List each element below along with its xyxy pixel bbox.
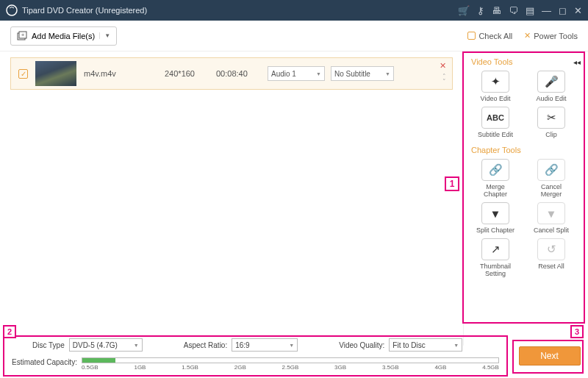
reorder-arrows-icon[interactable]: ˄˅ [442, 74, 446, 85]
video-tools-title: Video Tools ◂◂ [468, 56, 584, 69]
cart-icon[interactable]: 🛒 [458, 5, 470, 16]
chat-icon[interactable]: 🗨 [509, 5, 518, 16]
tool-label: Reset All [538, 263, 564, 270]
file-duration: 00:08:40 [216, 69, 268, 78]
annotation-callout-2: 2 [3, 325, 16, 338]
tool-cancel-split: ▼ [537, 202, 565, 224]
tool-label: Clip [545, 131, 557, 138]
video-thumbnail[interactable] [35, 61, 76, 86]
check-all-label: Check All [478, 32, 512, 40]
check-all[interactable]: Check All [467, 32, 512, 40]
tool-label: Merge Chapter [474, 183, 517, 198]
video-quality-select[interactable]: Fit to Disc▼ [389, 338, 462, 352]
tool-label: Cancel Split [534, 227, 569, 234]
annotation-callout-3: 3 [570, 325, 584, 338]
toolbar: + Add Media File(s) ▼ Check All ✕ Power … [0, 21, 588, 51]
tools-panel: 1 Video Tools ◂◂ ✦Video Edit🎤Audio EditA… [463, 51, 588, 346]
video-quality-label: Video Quality: [339, 341, 384, 349]
tool-video-edit[interactable]: ✦ [481, 71, 509, 93]
chevron-down-icon: ▼ [316, 71, 321, 76]
tool-reset-all: ↺ [537, 238, 565, 260]
audio-select[interactable]: Audio 1▼ [268, 66, 325, 81]
tool-label: Video Edit [481, 95, 511, 102]
add-file-icon: + [17, 31, 27, 41]
close-window-icon[interactable]: ✕ [574, 5, 582, 16]
tool-label: Split Chapter [476, 227, 514, 234]
subtitle-select[interactable]: No Subtitle▼ [331, 66, 394, 81]
capacity-label: Estimated Capacity: [12, 358, 77, 366]
add-media-label: Add Media File(s) [32, 32, 95, 40]
key-icon[interactable]: ⚷ [477, 5, 484, 16]
tool-split-chapter[interactable]: ▼ [481, 202, 509, 224]
app-logo-icon [6, 4, 18, 16]
collapse-icon[interactable]: ◂◂ [573, 58, 581, 66]
file-resolution: 240*160 [165, 69, 216, 78]
svg-text:+: + [21, 32, 25, 38]
file-name: m4v.m4v [84, 69, 165, 78]
power-tools-button[interactable]: ✕ Power Tools [524, 31, 578, 40]
power-tools-label: Power Tools [534, 32, 578, 40]
next-area: 3 Next [511, 334, 588, 378]
tool-merge-chapter[interactable]: 🔗 [481, 159, 509, 181]
tool-label: Subtitle Edit [478, 131, 513, 138]
aspect-ratio-select[interactable]: 16:9▼ [232, 338, 298, 352]
file-checkbox[interactable]: ✓ [18, 69, 28, 79]
file-row[interactable]: ✓ m4v.m4v 240*160 00:08:40 Audio 1▼ No S… [10, 57, 453, 90]
next-button[interactable]: Next [519, 346, 581, 365]
file-list: ✓ m4v.m4v 240*160 00:08:40 Audio 1▼ No S… [0, 51, 463, 346]
annotation-callout-1: 1 [445, 176, 459, 191]
add-media-button[interactable]: + Add Media File(s) ▼ [10, 26, 117, 46]
feedback-icon[interactable]: ▤ [526, 5, 534, 16]
tool-label: Audio Edit [536, 95, 566, 102]
capacity-bar: 0.5GB1GB1.5GB2GB2.5GB3GB3.5GB4GB4.5GB [82, 356, 499, 368]
tool-audio-edit[interactable]: 🎤 [537, 71, 565, 93]
tool-clip[interactable]: ✂ [537, 107, 565, 129]
tool-cancel-merger: 🔗 [537, 159, 565, 181]
output-config: 2 Disc Type DVD-5 (4.7G)▼ Aspect Ratio: … [0, 334, 511, 378]
checkbox-icon [467, 32, 476, 40]
window-title: Tipard DVD Creator (Unregistered) [22, 6, 458, 15]
disc-type-label: Disc Type [32, 341, 65, 349]
chapter-tools-title: Chapter Tools [468, 144, 584, 157]
print-icon[interactable]: 🖶 [492, 5, 501, 16]
maximize-icon[interactable]: ◻ [559, 5, 567, 16]
tool-subtitle-edit[interactable]: ABC [481, 107, 509, 129]
minimize-icon[interactable]: — [542, 5, 551, 16]
remove-file-icon[interactable]: ✕ [440, 61, 446, 71]
aspect-ratio-label: Aspect Ratio: [184, 341, 227, 349]
tools-icon: ✕ [524, 31, 531, 40]
tool-label: Cancel Merger [530, 183, 573, 198]
disc-type-select[interactable]: DVD-5 (4.7G)▼ [69, 338, 143, 352]
tool-thumbnail-setting[interactable]: ↗ [481, 238, 509, 260]
chevron-down-icon[interactable]: ▼ [99, 32, 110, 39]
titlebar: Tipard DVD Creator (Unregistered) 🛒 ⚷ 🖶 … [0, 0, 588, 21]
chevron-down-icon: ▼ [385, 71, 390, 76]
tool-label: Thumbnail Setting [474, 263, 517, 277]
